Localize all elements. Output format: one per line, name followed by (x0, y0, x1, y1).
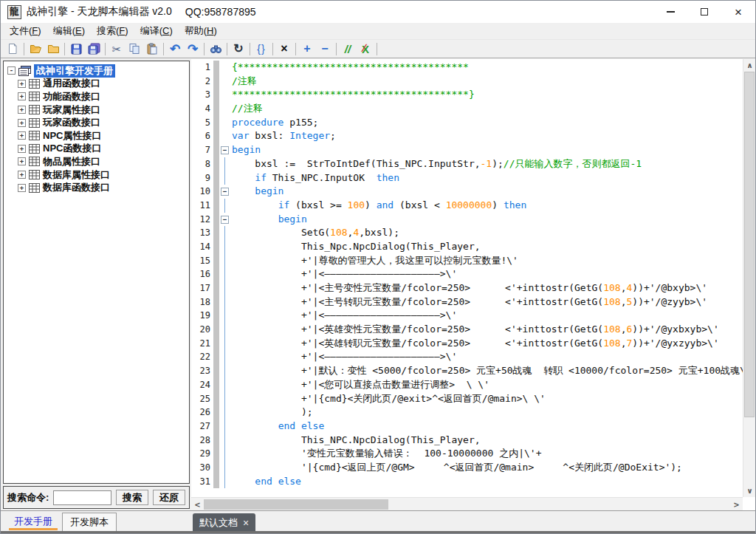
menu-help[interactable]: 帮助(H) (179, 23, 223, 39)
expand-icon[interactable]: + (18, 171, 26, 179)
code-line[interactable]: 19 +'|<————————————————————>\' (191, 309, 743, 323)
code-line[interactable]: 31 end else (191, 475, 743, 489)
scroll-up-icon[interactable]: ∧ (743, 59, 756, 72)
copy-button[interactable] (126, 41, 143, 57)
code-editor[interactable]: 1{**************************************… (191, 59, 743, 497)
paste-button[interactable] (143, 41, 161, 57)
document-tab[interactable]: 默认文档 × (193, 513, 255, 532)
code-line[interactable]: 5procedure p155; (191, 116, 743, 130)
code-line[interactable]: 29 '变性元宝数量输入错误： 100-10000000 之内|\'+ (191, 447, 743, 461)
code-line[interactable]: 12− begin (191, 213, 743, 227)
menu-search[interactable]: 搜索(F) (91, 23, 134, 39)
vertical-scrollbar[interactable]: ∧ ∨ (743, 59, 755, 497)
subtract-button[interactable]: − (316, 41, 334, 57)
horizontal-scrollbar[interactable]: < > (191, 497, 743, 510)
menu-file[interactable]: 文件(F) (4, 23, 47, 39)
fold-collapse-icon[interactable]: − (221, 188, 229, 196)
code-line[interactable]: 16 +'|<————————————————————>\' (191, 267, 743, 281)
fold-collapse-icon[interactable]: − (221, 146, 229, 154)
code-line[interactable]: 7−begin (191, 143, 743, 157)
expand-icon[interactable]: + (18, 92, 26, 100)
search-button[interactable]: 搜索 (116, 490, 148, 505)
code-line[interactable]: 1{**************************************… (191, 61, 743, 75)
save-all-button[interactable] (85, 41, 103, 57)
tree-item[interactable]: +玩家函数接口 (18, 116, 189, 129)
menu-compile[interactable]: 编译(C) (134, 23, 179, 39)
new-file-button[interactable] (4, 41, 21, 57)
add-button[interactable]: + (298, 41, 316, 57)
fold-collapse-icon[interactable]: − (221, 216, 229, 224)
vertical-scrollbar-thumb[interactable] (744, 72, 755, 417)
code-line[interactable]: 17 +'|<主号变性元宝数量/fcolor=250> <'+inttostr(… (191, 281, 743, 295)
document-tab-close-icon[interactable]: × (243, 518, 249, 528)
minimize-button[interactable] (653, 1, 687, 23)
scroll-right-icon[interactable]: > (730, 498, 743, 511)
code-line[interactable]: 3***************************************… (191, 88, 743, 102)
cut-button[interactable]: ✂ (108, 41, 126, 57)
expand-icon[interactable]: + (18, 145, 26, 153)
code-line[interactable]: 28 This_NPC.NpcDialog(This_Player, (191, 434, 743, 448)
code-line[interactable]: 23 +'|默认：变性 <5000/fcolor=250> 元宝+50战魂 转职… (191, 364, 743, 378)
expand-icon[interactable]: + (18, 106, 26, 114)
collapse-icon[interactable]: - (7, 66, 16, 75)
code-line[interactable]: 13 SetG(108,4,bxsl); (191, 226, 743, 240)
search-input[interactable] (53, 490, 111, 505)
code-line[interactable]: 6var bxsl: Integer; (191, 129, 743, 143)
close-button[interactable]: × (721, 1, 755, 23)
code-line[interactable]: 15 +'|尊敬的管理大人，我这里可以控制元宝数量!\' (191, 254, 743, 268)
code-line[interactable]: 20 +'|<英雄变性元宝数量/fcolor=250> <'+inttostr(… (191, 323, 743, 337)
redo-button[interactable]: ↷ (184, 41, 202, 57)
code-line[interactable]: 9 if This_NPC.InputOK then (191, 171, 743, 185)
code-text: +'|<————————————————————>\' (230, 267, 457, 281)
find-button[interactable] (207, 41, 224, 57)
tab-dev-script[interactable]: 开发脚本 (62, 513, 117, 531)
horizontal-scrollbar-thumb[interactable] (204, 499, 388, 510)
tree-item[interactable]: +玩家属性接口 (18, 103, 189, 117)
gutter-band (213, 295, 219, 309)
restore-button[interactable]: 还原 (153, 490, 185, 505)
undo-button[interactable]: ↶ (166, 41, 184, 57)
code-text: begin (230, 143, 261, 157)
code-line[interactable]: 25 +'|{cmd}<关闭此页/@exit>^<返回首页/@main>\ \' (191, 392, 743, 406)
expand-icon[interactable]: + (18, 119, 26, 127)
comment-button[interactable]: // (339, 41, 357, 57)
code-line[interactable]: 14 This_Npc.NpcDialog(This_Player, (191, 240, 743, 254)
tree-item[interactable]: +功能函数接口 (18, 90, 189, 103)
tree-item[interactable]: +数据库属性接口 (18, 168, 189, 182)
tree-item[interactable]: +数据库函数接口 (18, 181, 189, 194)
tree-item[interactable]: +物品属性接口 (18, 155, 189, 168)
expand-icon[interactable]: + (18, 80, 26, 88)
scroll-down-icon[interactable]: ∨ (743, 485, 756, 497)
tree-item[interactable]: +NPC属性接口 (18, 129, 189, 143)
document-tab-label: 默认文档 (199, 516, 238, 530)
tree-item[interactable]: +通用函数接口 (18, 78, 189, 91)
code-line[interactable]: 18 +'|<主号转职元宝数量/fcolor=250> <'+inttostr(… (191, 295, 743, 309)
tab-dev-manual[interactable]: 开发手册 (7, 511, 60, 531)
tree-item[interactable]: +NPC函数接口 (18, 143, 189, 156)
braces-button[interactable]: {} (252, 41, 270, 57)
code-line[interactable]: 11 if (bxsl >= 100) and (bxsl < 10000000… (191, 199, 743, 213)
folder-button[interactable] (44, 41, 62, 57)
code-line[interactable]: 4//注释 (191, 102, 743, 116)
code-line[interactable]: 26 ); (191, 405, 743, 420)
refresh-button[interactable]: ↻ (230, 41, 247, 57)
code-line[interactable]: 22 +'|<————————————————————>\' (191, 350, 743, 364)
expand-icon[interactable]: + (18, 184, 26, 192)
uncomment-button[interactable]: X∕ (357, 41, 374, 57)
open-file-button[interactable] (27, 41, 44, 57)
tree-root-item[interactable]: -战神引擎开发手册 (7, 64, 189, 78)
expand-icon[interactable]: + (18, 131, 26, 140)
menu-edit[interactable]: 编辑(E) (47, 23, 91, 39)
code-line[interactable]: 27 end else (191, 420, 743, 434)
code-line[interactable]: 21 +'|<英雄转职元宝数量/fcolor=250> <'+inttostr(… (191, 337, 743, 351)
code-line[interactable]: 10− begin (191, 185, 743, 199)
maximize-button[interactable] (687, 1, 721, 23)
code-line[interactable]: 24 +'|<您可以直接点击数量进行调整> \ \' (191, 378, 743, 392)
code-line[interactable]: 30 '|{cmd}<返回上页/@GM> ^<返回首页/@main> ^<关闭此… (191, 461, 743, 475)
delete-button[interactable]: × (275, 41, 293, 57)
expand-icon[interactable]: + (18, 157, 26, 165)
code-line[interactable]: 2/注释 (191, 75, 743, 89)
code-line[interactable]: 8 bxsl := StrToIntDef(This_NPC.InputStr,… (191, 157, 743, 171)
save-button[interactable] (67, 41, 85, 57)
scroll-left-icon[interactable]: < (191, 498, 204, 511)
